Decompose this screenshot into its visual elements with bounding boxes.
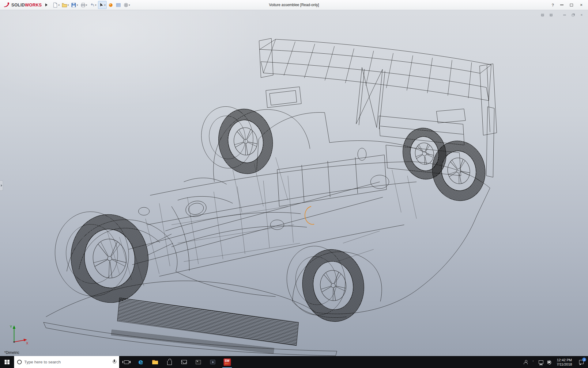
search-input[interactable]	[24, 360, 110, 364]
view-orientation-label: *Dimetric	[4, 351, 19, 355]
cascade-window-icon	[550, 14, 552, 16]
open-button[interactable]: ▾	[61, 1, 70, 9]
close-button[interactable]: ×	[577, 1, 586, 9]
appearances-button[interactable]	[107, 1, 114, 9]
hidden-icons-button[interactable]: ˆ	[530, 356, 536, 368]
command-prompt-button[interactable]	[191, 356, 205, 368]
minimize-icon	[560, 5, 564, 5]
wheel-wireframes	[50, 39, 491, 326]
panel-collapse-tab[interactable]	[0, 180, 3, 191]
gear-icon	[123, 2, 129, 8]
doc-restore-icon	[572, 14, 574, 16]
cascade-window-button[interactable]	[548, 12, 554, 18]
file-explorer-button[interactable]	[148, 356, 162, 368]
design-table-icon	[116, 2, 121, 8]
new-window-icon	[541, 14, 544, 16]
start-button[interactable]	[0, 356, 14, 368]
highlighted-edge[interactable]	[305, 206, 314, 224]
reference-triad: Y X	[7, 323, 30, 347]
save-icon	[71, 2, 76, 8]
menu-expand-arrow-icon[interactable]	[45, 3, 47, 6]
minimize-button[interactable]	[557, 1, 566, 9]
open-folder-icon	[62, 2, 67, 8]
graphics-viewport[interactable]: × Y X *Dimetric	[0, 10, 588, 356]
document-window-controls: ×	[539, 12, 585, 18]
network-button[interactable]	[537, 356, 545, 368]
taskbar-clock[interactable]: 12:42 PM 7/11/2018	[554, 358, 575, 366]
y-axis-label: Y	[10, 325, 12, 328]
people-icon	[524, 360, 528, 364]
solidworks-logo: SOLIDWORKS	[0, 2, 44, 8]
undo-button[interactable]: ▾	[89, 1, 97, 9]
notification-badge: 2	[582, 358, 586, 362]
select-tool-button[interactable]: ▾	[98, 1, 107, 9]
edge-button[interactable]: e	[134, 356, 148, 368]
taskbar-search[interactable]	[14, 356, 119, 368]
people-button[interactable]	[522, 356, 530, 368]
new-document-icon	[53, 2, 58, 8]
ds-logo-icon	[3, 2, 10, 8]
task-view-button[interactable]	[119, 356, 134, 368]
chevron-up-icon: ˆ	[533, 360, 534, 364]
options-button[interactable]: ▾	[123, 1, 131, 9]
clock-date: 7/11/2018	[557, 362, 572, 366]
y-axis-arrow-icon	[13, 325, 16, 329]
mail-button[interactable]	[177, 356, 191, 368]
edge-icon: e	[138, 358, 143, 366]
media-app-icon	[210, 360, 215, 364]
print-icon	[81, 2, 86, 8]
new-window-button[interactable]	[539, 12, 546, 18]
wireframe-car-model[interactable]	[0, 10, 588, 356]
solidworks-button[interactable]: SW 2017	[220, 356, 234, 368]
design-table-button[interactable]	[115, 1, 122, 9]
volume-button[interactable]	[546, 356, 554, 368]
microphone-icon[interactable]	[112, 359, 116, 365]
help-button[interactable]: ?	[549, 3, 556, 7]
main-toolbar: ▾ ▾ ▾ ▾ ▾ ▾ ▾	[52, 1, 131, 9]
volume-icon	[548, 361, 550, 364]
action-center-button[interactable]: 2	[575, 356, 587, 368]
new-document-button[interactable]: ▾	[52, 1, 60, 9]
store-button[interactable]	[162, 356, 177, 368]
appearance-sphere-icon	[108, 2, 113, 8]
save-button[interactable]: ▾	[70, 1, 79, 9]
print-button[interactable]: ▾	[80, 1, 88, 9]
store-icon	[167, 361, 172, 365]
doc-close-button[interactable]: ×	[578, 12, 585, 18]
maximize-icon	[570, 4, 573, 6]
brand-text: SOLIDWORKS	[11, 2, 42, 7]
clock-time: 12:42 PM	[557, 358, 572, 362]
mail-icon	[181, 360, 187, 364]
network-icon	[539, 360, 543, 364]
windows-taskbar: e SW 2017 ˆ 12:42 PM 7/11/2018 2	[0, 356, 588, 368]
maximize-button[interactable]	[567, 1, 576, 9]
task-view-icon	[124, 360, 129, 364]
x-axis-arrow-icon	[24, 339, 27, 342]
doc-minimize-button[interactable]	[561, 12, 568, 18]
window-controls: ? ×	[549, 1, 588, 9]
file-explorer-icon	[152, 360, 158, 364]
x-axis-label: X	[26, 341, 28, 345]
doc-restore-button[interactable]	[570, 12, 576, 18]
car-body-wireframe	[43, 38, 497, 356]
select-cursor-icon	[99, 2, 104, 8]
search-icon	[17, 360, 22, 364]
pinned-apps: e SW 2017	[119, 356, 234, 368]
doc-minimize-icon	[563, 15, 566, 15]
solidworks-icon: SW 2017	[224, 358, 231, 366]
windows-logo-icon	[5, 360, 9, 365]
undo-icon	[90, 2, 95, 8]
titlebar: SOLIDWORKS ▾ ▾ ▾ ▾ ▾ ▾	[0, 0, 588, 10]
system-tray: ˆ 12:42 PM 7/11/2018 2	[522, 356, 588, 368]
command-prompt-icon	[196, 360, 201, 364]
media-app-button[interactable]	[205, 356, 220, 368]
